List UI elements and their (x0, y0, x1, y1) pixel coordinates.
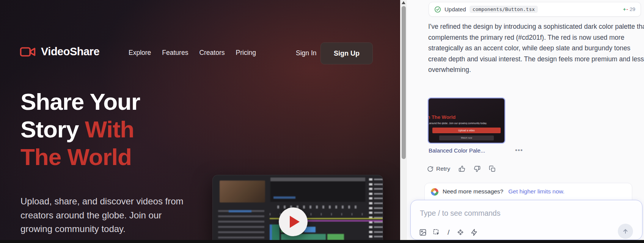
slash-command-button[interactable]: / (446, 228, 451, 237)
thumbnail-caption[interactable]: Balanced Color Pale... (429, 147, 485, 154)
slash-icon: / (446, 228, 451, 237)
composer[interactable]: Type / to see commands / (410, 200, 642, 240)
hero-heading: Share Your Story With The World (20, 88, 140, 171)
app-window: VideoShare Explore Features Creators Pri… (0, 0, 644, 243)
message-actions: Retry (427, 164, 496, 174)
hero-line2-red: With (85, 116, 134, 142)
thumbs-down-icon (474, 165, 481, 172)
mini-hero-heading: th The World (428, 114, 504, 120)
assistant-message: I've refined the design by introducing a… (428, 21, 644, 75)
copy-button[interactable] (489, 165, 496, 172)
arrow-up-icon (622, 228, 629, 235)
usage-pie-icon (431, 188, 438, 196)
diff-minus: - (626, 6, 628, 12)
nav-pricing[interactable]: Pricing (236, 49, 256, 57)
chat-panel: Updated components/Button.tsx + - 29 I'v… (407, 0, 644, 243)
update-label: Updated (445, 6, 466, 12)
sign-in-link[interactable]: Sign In (296, 49, 316, 57)
bottom-edge (0, 240, 644, 243)
brand-name: VideoShare (41, 45, 99, 58)
refresh-icon (427, 166, 434, 172)
thumbs-down-button[interactable] (474, 165, 481, 172)
site-nav: Explore Features Creators Pricing (129, 49, 256, 57)
hero-line1: Share Your (20, 89, 140, 115)
more-options-icon[interactable]: ••• (515, 146, 523, 154)
diff-count: 29 (630, 6, 635, 12)
site-preview-pane: VideoShare Explore Features Creators Pri… (0, 0, 400, 243)
thumbs-up-button[interactable] (459, 165, 465, 172)
thumbnail-caption-row: Balanced Color Pale... ••• (429, 147, 535, 155)
check-circle-icon (434, 6, 441, 13)
hero-line2-white: Story (20, 116, 79, 142)
composer-tools: / (419, 228, 478, 237)
mini-upload-button: Upload a video (432, 128, 501, 133)
hero-line3: The World (20, 144, 132, 170)
composer-input[interactable]: Type / to see commands (420, 209, 500, 218)
video-preview-card[interactable] (212, 175, 383, 243)
hero-subtitle: Upload, share, and discover videos from … (20, 195, 187, 236)
retry-label: Retry (436, 165, 450, 172)
limits-text: Need more messages? (443, 188, 503, 195)
retry-button[interactable]: Retry (427, 165, 450, 172)
page-scrollbar[interactable] (400, 0, 407, 243)
attach-image-button[interactable] (419, 229, 427, 236)
nav-explore[interactable]: Explore (129, 49, 151, 57)
mini-hero-subtitle: ...around the globe. Join our growing co… (428, 122, 504, 125)
diamonds-icon (457, 229, 464, 236)
brand-logo[interactable]: VideoShare (20, 45, 99, 58)
file-update-card[interactable]: Updated components/Button.tsx + - 29 (429, 2, 641, 17)
video-camera-icon (20, 46, 36, 58)
scroll-up-arrow-icon[interactable] (402, 1, 405, 4)
quick-actions-button[interactable] (470, 229, 478, 236)
nav-creators[interactable]: Creators (199, 49, 225, 57)
design-thumbnail[interactable]: th The World ...around the globe. Join o… (428, 98, 505, 143)
send-button[interactable] (618, 224, 633, 239)
diff-plus: + (623, 6, 626, 12)
play-button[interactable] (279, 207, 308, 236)
diff-stats: + - 29 (623, 6, 635, 12)
copy-icon (489, 165, 496, 172)
get-higher-limits-link[interactable]: Get higher limits now. (508, 188, 564, 195)
integrations-button[interactable] (457, 229, 464, 236)
nav-features[interactable]: Features (162, 49, 188, 57)
image-icon (419, 229, 427, 236)
scrollbar-thumb[interactable] (402, 6, 406, 159)
lightning-icon (470, 229, 478, 236)
select-element-button[interactable] (433, 229, 440, 236)
select-cursor-icon (433, 229, 440, 236)
sign-up-button[interactable]: Sign Up (320, 42, 373, 64)
thumbs-up-icon (459, 165, 465, 172)
mini-watch-button: Watch now (439, 136, 494, 140)
file-chip[interactable]: components/Button.tsx (470, 6, 538, 13)
play-icon (290, 216, 300, 228)
